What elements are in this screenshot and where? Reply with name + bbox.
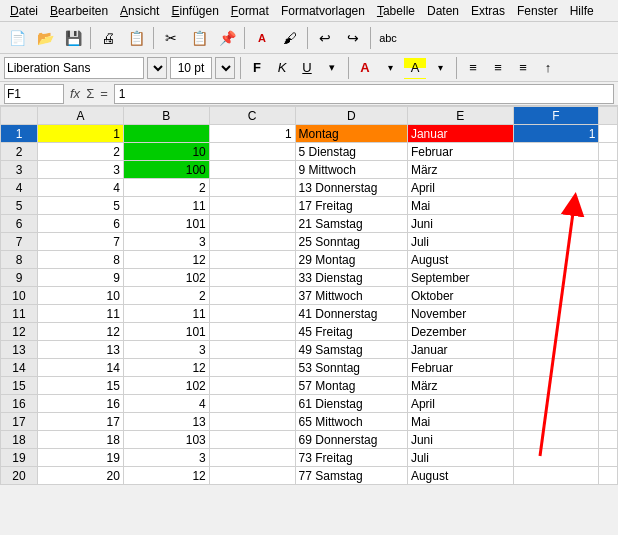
cell-C3[interactable]	[209, 161, 295, 179]
row-header-16[interactable]: 16	[1, 395, 38, 413]
align-center-button[interactable]: ≡	[487, 57, 509, 79]
cell-E11[interactable]: November	[407, 305, 513, 323]
cell-A2[interactable]: 2	[37, 143, 123, 161]
cell-E6[interactable]: Juni	[407, 215, 513, 233]
cell-B5[interactable]: 11	[123, 197, 209, 215]
cell-C2[interactable]	[209, 143, 295, 161]
underline-button[interactable]: U	[296, 57, 318, 79]
bold-button[interactable]: F	[246, 57, 268, 79]
cell-D18[interactable]: 69 Donnerstag	[295, 431, 407, 449]
col-header-a[interactable]: A	[37, 107, 123, 125]
font-size-input[interactable]	[170, 57, 212, 79]
open-button[interactable]: 📂	[32, 25, 58, 51]
cell-D19[interactable]: 73 Freitag	[295, 449, 407, 467]
cell-E20[interactable]: August	[407, 467, 513, 485]
cell-B15[interactable]: 102	[123, 377, 209, 395]
cell-C4[interactable]	[209, 179, 295, 197]
cell-A4[interactable]: 4	[37, 179, 123, 197]
cell-C20[interactable]	[209, 467, 295, 485]
row-header-9[interactable]: 9	[1, 269, 38, 287]
align-right-button[interactable]: ≡	[512, 57, 534, 79]
cell-F17[interactable]	[513, 413, 599, 431]
row-header-19[interactable]: 19	[1, 449, 38, 467]
cell-E12[interactable]: Dezember	[407, 323, 513, 341]
cell-D2[interactable]: 5 Dienstag	[295, 143, 407, 161]
cell-B13[interactable]: 3	[123, 341, 209, 359]
font-name-input[interactable]	[4, 57, 144, 79]
cell-F3[interactable]	[513, 161, 599, 179]
cell-B14[interactable]: 12	[123, 359, 209, 377]
row-header-2[interactable]: 2	[1, 143, 38, 161]
cell-C13[interactable]	[209, 341, 295, 359]
menu-tabelle[interactable]: Tabelle	[371, 2, 421, 20]
cell-B17[interactable]: 13	[123, 413, 209, 431]
cell-C15[interactable]	[209, 377, 295, 395]
cell-A3[interactable]: 3	[37, 161, 123, 179]
cell-B16[interactable]: 4	[123, 395, 209, 413]
cell-C1[interactable]: 1	[209, 125, 295, 143]
cell-D1[interactable]: Montag	[295, 125, 407, 143]
row-header-20[interactable]: 20	[1, 467, 38, 485]
cell-C9[interactable]	[209, 269, 295, 287]
undo-button[interactable]: ↩	[312, 25, 338, 51]
row-header-17[interactable]: 17	[1, 413, 38, 431]
cell-F8[interactable]	[513, 251, 599, 269]
row-header-5[interactable]: 5	[1, 197, 38, 215]
row-header-15[interactable]: 15	[1, 377, 38, 395]
cell-F15[interactable]	[513, 377, 599, 395]
row-header-18[interactable]: 18	[1, 431, 38, 449]
cell-B9[interactable]: 102	[123, 269, 209, 287]
cell-E8[interactable]: August	[407, 251, 513, 269]
save-button[interactable]: 💾	[60, 25, 86, 51]
cell-F11[interactable]	[513, 305, 599, 323]
highlight-color-btn[interactable]: A	[404, 57, 426, 79]
strikethrough-button[interactable]: ▾	[321, 57, 343, 79]
font-color-btn[interactable]: A	[354, 57, 376, 79]
row-header-11[interactable]: 11	[1, 305, 38, 323]
row-header-12[interactable]: 12	[1, 323, 38, 341]
row-header-10[interactable]: 10	[1, 287, 38, 305]
cell-D15[interactable]: 57 Montag	[295, 377, 407, 395]
menu-format[interactable]: Format	[225, 2, 275, 20]
cell-E9[interactable]: September	[407, 269, 513, 287]
cell-B12[interactable]: 101	[123, 323, 209, 341]
cell-F4[interactable]	[513, 179, 599, 197]
cell-C7[interactable]	[209, 233, 295, 251]
cell-D14[interactable]: 53 Sonntag	[295, 359, 407, 377]
col-header-e[interactable]: E	[407, 107, 513, 125]
cell-B19[interactable]: 3	[123, 449, 209, 467]
row-header-7[interactable]: 7	[1, 233, 38, 251]
cell-E16[interactable]: April	[407, 395, 513, 413]
fx-icon[interactable]: fx	[70, 86, 80, 101]
row-header-14[interactable]: 14	[1, 359, 38, 377]
cell-D8[interactable]: 29 Montag	[295, 251, 407, 269]
cell-A8[interactable]: 8	[37, 251, 123, 269]
cell-E18[interactable]: Juni	[407, 431, 513, 449]
cell-F18[interactable]	[513, 431, 599, 449]
cell-D4[interactable]: 13 Donnerstag	[295, 179, 407, 197]
cell-D11[interactable]: 41 Donnerstag	[295, 305, 407, 323]
col-header-c[interactable]: C	[209, 107, 295, 125]
cell-F14[interactable]	[513, 359, 599, 377]
cell-C10[interactable]	[209, 287, 295, 305]
cell-A18[interactable]: 18	[37, 431, 123, 449]
menu-formatvorlagen[interactable]: Formatvorlagen	[275, 2, 371, 20]
cell-A5[interactable]: 5	[37, 197, 123, 215]
cell-C19[interactable]	[209, 449, 295, 467]
cell-E2[interactable]: Februar	[407, 143, 513, 161]
cell-D7[interactable]: 25 Sonntag	[295, 233, 407, 251]
menu-einfuegen[interactable]: Einfügen	[165, 2, 224, 20]
row-header-13[interactable]: 13	[1, 341, 38, 359]
cell-D17[interactable]: 65 Mittwoch	[295, 413, 407, 431]
row-header-1[interactable]: 1	[1, 125, 38, 143]
cell-D12[interactable]: 45 Freitag	[295, 323, 407, 341]
cell-C11[interactable]	[209, 305, 295, 323]
cell-D5[interactable]: 17 Freitag	[295, 197, 407, 215]
cell-C17[interactable]	[209, 413, 295, 431]
cell-B11[interactable]: 11	[123, 305, 209, 323]
cell-C16[interactable]	[209, 395, 295, 413]
row-header-8[interactable]: 8	[1, 251, 38, 269]
menu-daten[interactable]: Daten	[421, 2, 465, 20]
cell-D3[interactable]: 9 Mittwoch	[295, 161, 407, 179]
cell-E3[interactable]: März	[407, 161, 513, 179]
